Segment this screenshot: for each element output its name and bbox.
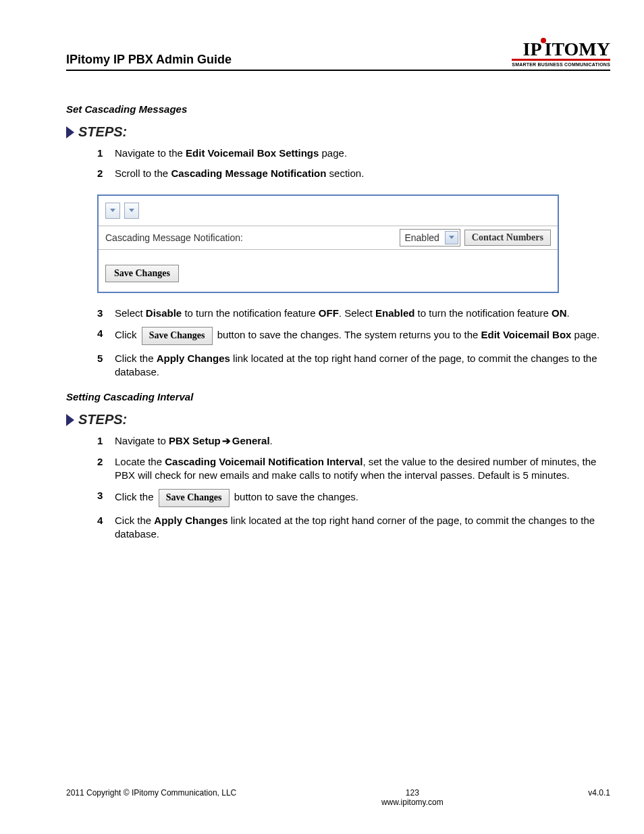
cascading-notification-panel: Cascading Message Notification: Enabled … — [97, 194, 559, 293]
brand-logo: IPITOMY SMARTER BUSINESS COMMUNICATIONS — [512, 41, 610, 67]
dropdown-toggle[interactable] — [105, 203, 120, 219]
step-item: 1 Navigate to PBX Setup➔General. — [97, 434, 610, 448]
step-number: 4 — [97, 514, 115, 527]
step-number: 4 — [97, 327, 115, 340]
save-changes-button[interactable]: Save Changes — [105, 265, 179, 282]
step-text: Locate the Cascading Voicemail Notificat… — [115, 455, 610, 483]
steps-heading: STEPS: — [66, 412, 610, 427]
step-item: 4 Cick the Apply Changes link located at… — [97, 514, 610, 542]
save-changes-button[interactable]: Save Changes — [142, 327, 213, 345]
step-text: Click the Save Changes button to save th… — [115, 489, 610, 507]
step-number: 1 — [97, 147, 115, 160]
step-number: 3 — [97, 489, 115, 502]
step-number: 2 — [97, 167, 115, 180]
nav-arrow-icon: ➔ — [222, 434, 231, 448]
contact-numbers-button[interactable]: Contact Numbers — [464, 230, 551, 246]
logo-tagline: SMARTER BUSINESS COMMUNICATIONS — [512, 62, 610, 67]
page-header: IPitomy IP PBX Admin Guide IPITOMY SMART… — [66, 41, 610, 71]
step-item: 3 Select Disable to turn the notificatio… — [97, 307, 610, 320]
step-item: 1 Navigate to the Edit Voicemail Box Set… — [97, 147, 610, 160]
panel-toolbar — [99, 196, 558, 226]
save-changes-button[interactable]: Save Changes — [159, 489, 230, 507]
logo-dot-icon — [541, 38, 546, 43]
arrow-right-icon — [66, 126, 74, 138]
step-text: Cick the Apply Changes link located at t… — [115, 514, 610, 542]
arrow-right-icon — [66, 414, 74, 426]
footer-copyright: 2011 Copyright © IPitomy Communication, … — [66, 788, 236, 807]
steps-heading: STEPS: — [66, 124, 610, 140]
footer-version: v4.0.1 — [588, 788, 610, 807]
step-item: 2 Locate the Cascading Voicemail Notific… — [97, 455, 610, 483]
step-number: 2 — [97, 455, 115, 469]
enabled-dropdown[interactable]: Enabled — [400, 229, 460, 246]
step-item: 3 Click the Save Changes button to save … — [97, 489, 610, 507]
step-number: 3 — [97, 307, 115, 320]
step-text: Click the Apply Changes link located at … — [115, 352, 610, 380]
step-text: Select Disable to turn the notification … — [115, 307, 610, 320]
step-text: Navigate to the Edit Voicemail Box Setti… — [115, 147, 610, 160]
chevron-down-icon — [129, 209, 134, 212]
step-item: 4 Click Save Changes button to save the … — [97, 327, 610, 345]
chevron-down-icon — [445, 231, 458, 244]
cascading-label: Cascading Message Notification: — [105, 232, 400, 243]
step-number: 1 — [97, 434, 115, 448]
section-title: Set Cascading Messages — [66, 103, 610, 115]
chevron-down-icon — [110, 209, 115, 212]
step-item: 2 Scroll to the Cascading Message Notifi… — [97, 167, 610, 180]
header-title: IPitomy IP PBX Admin Guide — [66, 53, 232, 67]
footer-url: www.ipitomy.com — [236, 798, 588, 807]
section-title: Setting Cascading Interval — [66, 391, 610, 402]
step-number: 5 — [97, 352, 115, 365]
page-footer: 2011 Copyright © IPitomy Communication, … — [66, 788, 610, 807]
step-item: 5 Click the Apply Changes link located a… — [97, 352, 610, 380]
footer-page-number: 123 — [236, 788, 588, 798]
dropdown-toggle[interactable] — [124, 203, 139, 219]
step-text: Scroll to the Cascading Message Notifica… — [115, 167, 610, 180]
step-text: Navigate to PBX Setup➔General. — [115, 434, 610, 448]
step-text: Click Save Changes button to save the ch… — [115, 327, 610, 345]
